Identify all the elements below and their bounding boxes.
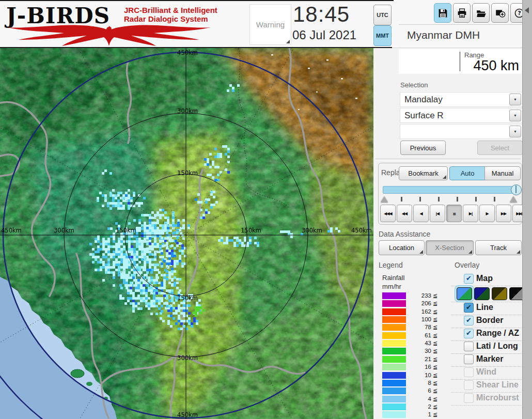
overlay-item-range-az[interactable]: ✔Range / AZ — [451, 328, 523, 341]
unchecked-checkbox[interactable] — [464, 354, 474, 364]
svg-text:?: ? — [518, 9, 521, 17]
legend-entry: 162 ≦ — [382, 308, 444, 316]
legend-color-swatch — [382, 396, 406, 402]
replay-timeline-track[interactable] — [383, 186, 516, 194]
range-value: 450 km — [473, 58, 519, 74]
capture-button[interactable] — [491, 3, 509, 23]
mmt-button[interactable]: MMT — [373, 25, 392, 46]
timeline-start-marker-icon[interactable] — [381, 196, 388, 203]
legend-lte-symbol: ≦ — [433, 404, 437, 410]
legend-value: 100 — [409, 316, 431, 322]
option-dropdown-arrow-icon[interactable]: ▼ — [509, 126, 521, 137]
replay-section: Replay Bookmark Auto Manual ◀◀◀◀◀◀|◀■▶|▶… — [378, 163, 522, 225]
legend-color-swatch — [382, 324, 406, 331]
location-button[interactable]: Location — [379, 240, 425, 255]
radar-map[interactable]: 450km300km150km150km300km450km 450km300k… — [0, 48, 373, 419]
radar-map-canvas: 450km300km150km150km300km450km 450km300k… — [0, 48, 373, 419]
legend-color-swatch — [382, 300, 406, 307]
range-display: Range 450 km — [399, 49, 522, 74]
play-button[interactable]: ▶ — [479, 205, 495, 222]
save-button[interactable] — [434, 3, 451, 23]
toolbar: ? — [434, 3, 528, 23]
fast-rewind-button[interactable]: ◀◀ — [397, 205, 412, 222]
range-ring-label: 150km — [177, 169, 198, 177]
range-ring-label: 450km — [177, 49, 198, 56]
map-style-navy-button[interactable] — [474, 287, 490, 300]
unchecked-checkbox — [464, 393, 474, 403]
previous-button[interactable]: Previous — [400, 141, 446, 155]
open-file-button[interactable] — [472, 3, 490, 23]
island — [86, 382, 92, 386]
overlay-item-label: Border — [476, 316, 503, 325]
overlay-title: Overlay — [455, 261, 479, 269]
stop-button[interactable]: ■ — [446, 205, 462, 222]
track-button[interactable]: Track — [475, 240, 522, 255]
x-section-button[interactable]: X-Section — [426, 240, 474, 255]
eagle-icon — [5, 24, 213, 48]
checked-checkbox[interactable]: ✔ — [464, 329, 474, 338]
legend-entry: 206 ≦ — [382, 300, 444, 307]
legend-lte-symbol: ≦ — [433, 364, 437, 370]
checked-checkbox[interactable]: ✔ — [464, 303, 474, 313]
legend-entry: 43 ≦ — [382, 340, 444, 347]
legend-value: 2 — [409, 404, 431, 410]
map-style-color-button[interactable] — [457, 287, 472, 300]
step-forward-button[interactable]: ▶| — [463, 205, 478, 222]
step-back-button[interactable]: |◀ — [430, 205, 445, 222]
overlay-item-border[interactable]: ✔Border — [451, 315, 523, 328]
overlay-item-label: Marker — [476, 354, 503, 364]
print-button[interactable] — [453, 3, 471, 23]
overlay-item-line[interactable]: ✔Line — [451, 302, 523, 315]
legend-lte-symbol: ≦ — [433, 380, 437, 386]
legend-unit: mm/hr — [382, 283, 401, 290]
map-style-swatches — [451, 286, 523, 302]
select-button[interactable]: Select — [477, 141, 523, 155]
overlay-item-shear-line[interactable]: Shear Line — [451, 380, 523, 393]
panel-collapse-strip[interactable] — [522, 0, 532, 419]
legend-color-swatch — [382, 356, 406, 363]
legend-color-swatch — [382, 364, 406, 370]
checked-checkbox[interactable]: ✔ — [464, 316, 474, 325]
jump-to-start-button[interactable]: ◀◀◀ — [380, 205, 396, 222]
legend-value: 1 — [409, 411, 431, 417]
manual-mode-button[interactable]: Manual — [484, 166, 521, 180]
replay-timeline-handle[interactable] — [511, 184, 522, 195]
fast-forward-button[interactable]: ▶▶ — [496, 205, 511, 222]
site-dropdown-arrow-icon[interactable]: ▼ — [509, 94, 521, 105]
legend-entry: 61 ≦ — [382, 332, 444, 339]
overlay-item-microburst[interactable]: Microburst — [451, 393, 523, 406]
timeline-tick — [457, 197, 458, 201]
overlay-item-label: Microburst — [476, 393, 519, 402]
option-dropdown[interactable]: ▼ — [400, 124, 523, 139]
play-reverse-button[interactable]: ◀ — [413, 205, 429, 222]
product-dropdown[interactable]: Surface R ▼ — [400, 108, 523, 123]
data-assistance-label: Data Assistance — [379, 230, 430, 238]
map-style-olive-button[interactable] — [492, 287, 507, 300]
unchecked-checkbox[interactable] — [464, 342, 474, 351]
range-ring-label: 150km — [241, 227, 261, 234]
checked-checkbox[interactable]: ✔ — [464, 274, 474, 284]
range-ring-label: 300km — [177, 107, 198, 115]
overlay-item-wind[interactable]: Wind — [451, 367, 523, 380]
overlay-item-map[interactable]: ✔Map — [451, 273, 523, 286]
overlay-item-lati-long[interactable]: Lati / Long — [451, 341, 523, 354]
auto-mode-button[interactable]: Auto — [449, 166, 486, 180]
product-dropdown-arrow-icon[interactable]: ▼ — [509, 110, 521, 121]
utc-button[interactable]: UTC — [373, 5, 392, 25]
legend-value: 16 — [409, 364, 431, 370]
unchecked-checkbox — [464, 367, 474, 377]
site-dropdown[interactable]: Mandalay ▼ — [400, 92, 523, 107]
legend-lte-symbol: ≦ — [433, 411, 437, 418]
legend-entry: 10 ≦ — [382, 372, 444, 379]
overlay-item-label: Lati / Long — [476, 342, 518, 351]
selection-label: Selection — [400, 81, 428, 89]
overlay-item-marker[interactable]: Marker — [451, 354, 523, 367]
timeline-end-marker-icon[interactable] — [510, 196, 517, 203]
bookmark-button[interactable]: Bookmark — [399, 166, 448, 180]
legend-value: 162 — [409, 308, 431, 315]
legend-lte-symbol: ≦ — [433, 356, 437, 363]
legend-color-swatch — [382, 404, 406, 410]
legend-value: 30 — [409, 348, 431, 354]
station-name: Myanmar DMH — [407, 29, 480, 41]
warning-button[interactable]: Warning — [249, 4, 291, 45]
